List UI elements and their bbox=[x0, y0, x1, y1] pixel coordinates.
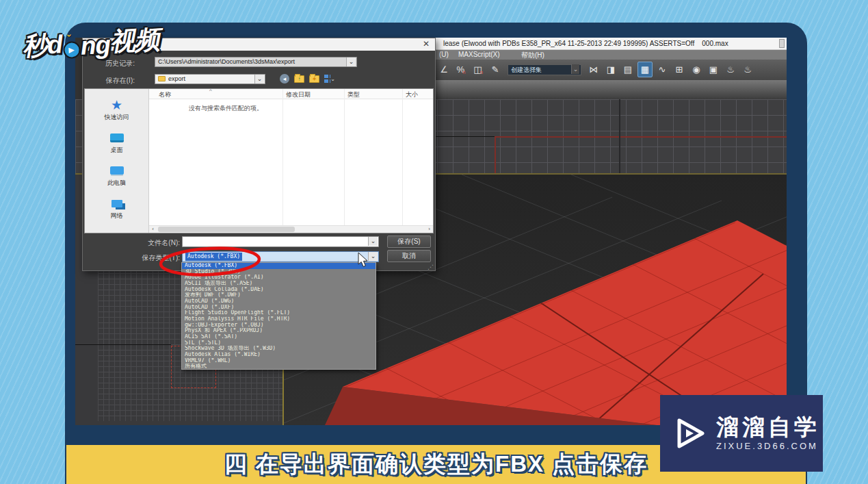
desktop-icon bbox=[110, 133, 124, 142]
type-option[interactable]: gw::OBJ-Exporter (*.OBJ) bbox=[182, 322, 376, 329]
play-logo-icon bbox=[671, 415, 708, 452]
history-path: C:\Users\Administrator\Documents\3dsMax\… bbox=[158, 58, 295, 65]
annotation-circle bbox=[157, 245, 263, 278]
render-setup-icon[interactable]: ◉ bbox=[689, 62, 704, 77]
sidebar-label: 桌面 bbox=[85, 146, 148, 155]
watermark-title: 溜溜自学 bbox=[716, 416, 820, 439]
type-option-all-formats[interactable]: 所有格式 bbox=[182, 364, 376, 370]
menu-maxscript[interactable]: MAXScript(X) bbox=[458, 51, 500, 58]
column-date-modified[interactable]: 修改日期 bbox=[286, 90, 311, 99]
close-icon[interactable]: ✕ bbox=[423, 39, 430, 49]
mirror-icon[interactable]: ⋈ bbox=[586, 62, 601, 77]
type-option[interactable]: VRML97 (*.WRL) bbox=[182, 358, 376, 364]
channel-logo: 秒d ▶ ˇ ng 视频 bbox=[22, 23, 160, 64]
toggle-ribbon-icon[interactable]: ▦ bbox=[637, 62, 653, 77]
type-option[interactable]: Shockwave 3D 场景导出 (*.W3D) bbox=[182, 346, 376, 352]
type-option[interactable]: Motion Analysis HTR File (*.HTR) bbox=[182, 316, 376, 322]
folder-icon bbox=[158, 76, 166, 81]
scrollbar-thumb[interactable] bbox=[158, 227, 295, 232]
align-icon[interactable]: ◨ bbox=[603, 62, 618, 77]
sidebar-item-desktop[interactable]: 桌面 bbox=[85, 130, 148, 155]
resize-grip[interactable]: ⋰ bbox=[428, 264, 434, 270]
sidebar-item-quick-access[interactable]: ★ 快速访问 bbox=[85, 97, 148, 122]
logo-text-right: 视频 bbox=[109, 23, 160, 60]
layer-manager-icon[interactable]: ▤ bbox=[620, 62, 635, 77]
export-file-dialog: ✕ 历史记录: C:\Users\Administrator\Documents… bbox=[82, 38, 436, 271]
history-dropdown[interactable]: C:\Users\Administrator\Documents\3dsMax\… bbox=[155, 57, 357, 67]
play-icon: ▶ ˇ bbox=[62, 41, 80, 59]
star-icon: ★ bbox=[111, 99, 122, 112]
viewport-divider bbox=[619, 99, 620, 173]
up-one-level-icon[interactable]: ↑ bbox=[294, 75, 304, 83]
column-divider bbox=[402, 89, 403, 233]
column-size[interactable]: 大小 bbox=[406, 90, 418, 99]
column-type[interactable]: 类型 bbox=[347, 90, 360, 99]
sidebar-item-this-pc[interactable]: 此电脑 bbox=[85, 163, 148, 188]
caron-accent: ˇ bbox=[67, 34, 71, 46]
type-option[interactable]: ACIS SAT (*.SAT) bbox=[182, 334, 376, 340]
titlebar-scroll-button[interactable] bbox=[779, 39, 785, 48]
schematic-view-icon[interactable]: ⊞ bbox=[672, 62, 687, 77]
network-icon bbox=[111, 200, 122, 207]
curve-editor-icon[interactable]: ∿ bbox=[655, 62, 670, 77]
type-option[interactable]: Autodesk Alias (*.WIRE) bbox=[182, 352, 376, 358]
sidebar-label: 快速访问 bbox=[85, 113, 148, 122]
file-list[interactable]: 名称 ^ 修改日期 类型 大小 没有与搜索条件匹配的项。 ‹ › bbox=[149, 89, 433, 233]
video-background: lease (Elwood with PDBs E358_PR_x64 11-2… bbox=[0, 0, 868, 484]
sidebar-item-network[interactable]: 网络 bbox=[85, 196, 148, 220]
column-divider bbox=[282, 89, 283, 233]
scroll-right-icon[interactable]: › bbox=[425, 226, 433, 233]
sort-caret-icon: ^ bbox=[209, 88, 212, 94]
save-button[interactable]: 保存(S) bbox=[387, 235, 431, 248]
type-option[interactable]: AutoCAD (*.DXF) bbox=[182, 305, 376, 311]
logo-text-mid: ng bbox=[80, 31, 111, 61]
watermark-url: zixue.3d66.com bbox=[716, 441, 820, 451]
type-option[interactable]: ASCII 场景导出 (*.ASE) bbox=[182, 281, 376, 287]
rendered-frame-icon[interactable]: ▣ bbox=[706, 62, 721, 77]
history-label: 历史记录: bbox=[86, 59, 135, 68]
places-sidebar: ★ 快速访问 桌面 此电脑 网络 bbox=[85, 89, 149, 233]
type-option[interactable]: STL (*.STL) bbox=[182, 340, 376, 346]
watermark-box: 溜溜自学 zixue.3d66.com bbox=[660, 395, 823, 472]
view-menu-icon[interactable]: ⌄ bbox=[324, 74, 335, 84]
sidebar-label: 此电脑 bbox=[85, 179, 148, 188]
horizontal-scrollbar[interactable]: ‹ › bbox=[149, 225, 433, 233]
save-in-label: 保存在(I): bbox=[86, 76, 135, 86]
percent-snap-icon[interactable]: %n bbox=[453, 62, 469, 77]
type-option[interactable]: Autodesk Collada (*.DAE) bbox=[182, 287, 376, 293]
type-option[interactable]: AutoCAD (*.DWG) bbox=[182, 298, 376, 305]
column-name[interactable]: 名称 bbox=[159, 90, 171, 99]
empty-folder-message: 没有与搜索条件匹配的项。 bbox=[189, 104, 263, 113]
column-divider bbox=[344, 89, 345, 233]
type-option[interactable]: Flight Studio OpenFlight (*.FLT) bbox=[182, 310, 376, 316]
type-option[interactable]: PhysX 和 APEX (*.PXPROJ) bbox=[182, 328, 376, 334]
3dsmax-title: lease (Elwood with PDBs E358_PR_x64 11-2… bbox=[443, 40, 728, 47]
list-header: 名称 ^ 修改日期 类型 大小 bbox=[149, 89, 433, 99]
render-production-icon[interactable]: ♨ bbox=[723, 62, 738, 77]
cancel-button[interactable]: 取消 bbox=[387, 250, 431, 262]
computer-icon bbox=[110, 166, 124, 175]
mouse-cursor bbox=[357, 252, 369, 268]
subtitle-text: 四 在导出界面确认类型为FBX 点击保存 bbox=[224, 449, 648, 480]
file-browser: ★ 快速访问 桌面 此电脑 网络 名称 ^ bbox=[84, 88, 434, 233]
keyboard-shortcut-toggle-icon[interactable]: ✎ bbox=[488, 62, 503, 77]
go-back-icon[interactable]: ◂ bbox=[280, 74, 289, 84]
new-folder-icon[interactable]: ✦ bbox=[309, 75, 319, 83]
object-edge-red-line bbox=[495, 136, 787, 138]
render-iterative-icon[interactable]: ♨ bbox=[740, 62, 755, 77]
menu-help[interactable]: 帮助(H) bbox=[521, 51, 544, 60]
named-selection-set-dropdown[interactable]: 创建选择集 bbox=[508, 64, 581, 75]
spinner-snap-icon[interactable]: ◫n bbox=[471, 62, 486, 77]
sidebar-label: 网络 bbox=[85, 212, 148, 220]
scroll-left-icon[interactable]: ‹ bbox=[149, 226, 157, 233]
save-in-folder: export bbox=[168, 75, 185, 82]
save-in-dropdown[interactable]: export bbox=[155, 74, 265, 84]
type-option[interactable]: 发布到 DWF (*.DWF) bbox=[182, 292, 376, 298]
logo-text-left: 秒d bbox=[22, 27, 63, 64]
object-edge-red-line-vertical bbox=[495, 136, 496, 173]
menu-customize[interactable]: (U) bbox=[439, 51, 449, 58]
angle-snap-icon[interactable]: ∠ bbox=[436, 62, 451, 77]
axis-line bbox=[75, 344, 171, 345]
file-type-option-list: Autodesk (*.FBX) 3D Studio (*.3DS) Adobe… bbox=[181, 262, 376, 370]
